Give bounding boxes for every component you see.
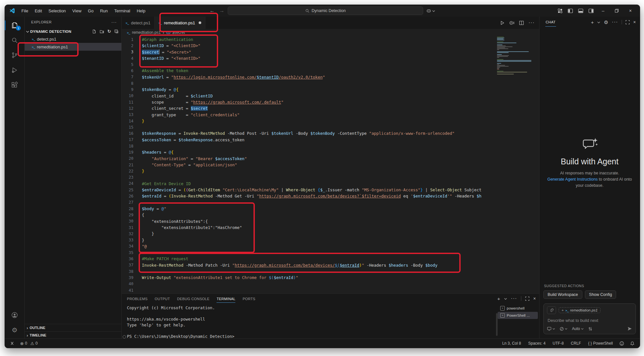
outline-section[interactable]: › OUTLINE bbox=[25, 324, 121, 331]
file-item-remediation[interactable]: >_ remedtiation.ps1 bbox=[25, 43, 121, 51]
tab-detect-ps1[interactable]: >_ detect.ps1 bbox=[122, 17, 155, 29]
command-center-search[interactable]: Dynamic Detection bbox=[228, 6, 423, 15]
new-file-icon[interactable] bbox=[92, 29, 96, 34]
panel-tab-output[interactable]: OUTPUT bbox=[155, 295, 170, 303]
panel-header: PROBLEMSOUTPUTDEBUG CONSOLETERMINALPORTS… bbox=[122, 294, 539, 303]
more-actions-icon[interactable]: ··· bbox=[528, 20, 535, 26]
panel-tab-terminal[interactable]: TERMINAL bbox=[217, 295, 235, 303]
context-file-name: remedtiation.ps1 bbox=[570, 308, 598, 312]
new-chat-icon[interactable]: + bbox=[591, 19, 594, 25]
minimap-line bbox=[497, 39, 503, 39]
explorer-more-actions-icon[interactable]: ··· bbox=[111, 19, 117, 25]
extensions-view-icon[interactable] bbox=[5, 78, 24, 93]
explorer-view-icon[interactable]: 1 bbox=[5, 18, 24, 33]
chat-settings-gear-icon[interactable]: ⚙ bbox=[604, 20, 608, 25]
forward-arrow-icon[interactable]: → bbox=[219, 8, 225, 14]
panel-tab-problems[interactable]: PROBLEMS bbox=[127, 295, 148, 303]
search-view-icon[interactable] bbox=[5, 33, 24, 48]
menu-item-edit[interactable]: Edit bbox=[32, 7, 45, 15]
status-cursor-position[interactable]: Ln 3, Col 8 bbox=[502, 341, 522, 346]
refresh-icon[interactable]: ↻ bbox=[107, 29, 111, 34]
new-terminal-icon[interactable]: + bbox=[497, 296, 500, 301]
back-arrow-icon[interactable]: ← bbox=[210, 8, 215, 14]
show-config-button[interactable]: Show Config bbox=[585, 290, 616, 299]
new-folder-icon[interactable] bbox=[100, 29, 104, 34]
panel-tab-ports[interactable]: PORTS bbox=[242, 295, 255, 303]
attach-context-button[interactable] bbox=[547, 306, 556, 314]
menu-item-selection[interactable]: Selection bbox=[45, 7, 68, 15]
minimap-line bbox=[497, 67, 500, 68]
tools-icon[interactable] bbox=[588, 327, 592, 331]
toggle-primary-sidebar-icon[interactable] bbox=[566, 7, 575, 15]
voice-dropdown[interactable] bbox=[560, 327, 567, 331]
code-line-14: 14} bbox=[122, 118, 496, 124]
copilot-menu[interactable] bbox=[427, 8, 435, 14]
menu-item-view[interactable]: View bbox=[69, 7, 84, 15]
menu-item-run[interactable]: Run bbox=[97, 7, 111, 15]
code-editor[interactable]: 1#Graph authentication2$clientID = "<Cli… bbox=[122, 36, 539, 294]
remote-indicator-icon[interactable] bbox=[9, 341, 15, 346]
breadcrumb-symbol[interactable]: $secret bbox=[172, 30, 185, 35]
minimap-line bbox=[497, 44, 502, 45]
menu-item-go[interactable]: Go bbox=[85, 7, 96, 15]
notifications-bell-icon[interactable] bbox=[630, 341, 635, 346]
send-button[interactable] bbox=[627, 326, 632, 331]
tab-label: detect.ps1 bbox=[131, 20, 150, 25]
panel-tab-debug-console[interactable]: DEBUG CONSOLE bbox=[177, 295, 210, 303]
split-editor-icon[interactable] bbox=[519, 20, 524, 25]
chat-tab[interactable]: CHAT bbox=[545, 18, 556, 27]
terminal-list-item[interactable]: >powershell bbox=[498, 305, 538, 312]
context-chip[interactable]: + >_ remedtiation.ps1 bbox=[559, 307, 601, 313]
minimize-button[interactable]: – bbox=[597, 5, 609, 17]
modified-dot-icon[interactable] bbox=[199, 21, 201, 24]
customize-layout-icon[interactable] bbox=[556, 7, 564, 15]
timeline-section[interactable]: › TIMELINE bbox=[25, 331, 121, 339]
restore-button[interactable] bbox=[611, 5, 623, 17]
generate-agent-instructions-link[interactable]: Generate Agent Instructions bbox=[547, 177, 598, 182]
minimap[interactable] bbox=[497, 37, 533, 77]
source-control-view-icon[interactable] bbox=[5, 48, 24, 63]
run-button[interactable] bbox=[500, 20, 505, 25]
status-language[interactable]: { } PowerShell bbox=[588, 341, 613, 346]
close-panel-icon[interactable]: × bbox=[533, 296, 536, 301]
breadcrumb[interactable]: >_ remedtiation.ps1 › $secret bbox=[122, 29, 539, 36]
model-picker-dropdown[interactable]: Auto bbox=[572, 326, 584, 331]
menu-item-help[interactable]: Help bbox=[134, 7, 148, 15]
problems-status[interactable]: ⊗ 0 ⚠ 0 bbox=[19, 341, 38, 346]
chat-more-actions-icon[interactable]: ··· bbox=[612, 19, 618, 25]
terminal-profile-chevron-icon[interactable] bbox=[504, 296, 507, 301]
run-with-profile-icon[interactable] bbox=[509, 20, 514, 25]
workspace-folder-header[interactable]: DYNAMIC DETECTION ↻ bbox=[25, 28, 121, 35]
minimap-line bbox=[497, 63, 501, 64]
chat-empty-state: Build with Agent AI responses may be ina… bbox=[544, 137, 635, 188]
breadcrumb-file[interactable]: remedtiation.ps1 bbox=[132, 30, 161, 35]
tab-remediation-ps1[interactable]: >_ remedtiation.ps1 bbox=[155, 17, 205, 29]
toggle-panel-icon[interactable] bbox=[576, 7, 585, 15]
feedback-smiley-icon[interactable] bbox=[619, 341, 624, 346]
session-target-dropdown[interactable] bbox=[547, 327, 555, 331]
status-indentation[interactable]: Spaces: 4 bbox=[527, 341, 546, 346]
chat-input[interactable]: Describe what to build next bbox=[548, 318, 632, 323]
accounts-icon[interactable] bbox=[5, 308, 24, 323]
menu-item-file[interactable]: File bbox=[19, 7, 31, 15]
terminal-list-item[interactable]: >PowerShell ... bbox=[498, 312, 538, 319]
code-line-9: 9$tokenBody = @{ bbox=[122, 86, 496, 93]
run-debug-view-icon[interactable] bbox=[5, 63, 24, 78]
terminal-output[interactable]: Copyright (c) Microsoft Corporation.http… bbox=[127, 305, 494, 339]
status-encoding[interactable]: UTF-8 bbox=[552, 341, 564, 346]
maximize-panel-icon[interactable] bbox=[525, 297, 529, 301]
menu-item-terminal[interactable]: Terminal bbox=[111, 7, 133, 15]
collapse-folders-icon[interactable] bbox=[114, 29, 119, 34]
expand-chat-icon[interactable] bbox=[625, 20, 630, 24]
close-chat-icon[interactable]: × bbox=[633, 19, 636, 25]
build-workspace-button[interactable]: Build Workspace bbox=[543, 290, 582, 299]
toggle-secondary-sidebar-icon[interactable] bbox=[587, 7, 596, 15]
minimap-line bbox=[497, 69, 499, 70]
chat-input-box[interactable]: + >_ remedtiation.ps1 Describe what to b… bbox=[543, 303, 636, 334]
file-item-detect[interactable]: >_ detect.ps1 bbox=[25, 35, 121, 43]
panel-more-actions-icon[interactable]: ··· bbox=[511, 296, 517, 301]
chevron-down-icon[interactable] bbox=[597, 19, 600, 25]
close-window-button[interactable]: × bbox=[624, 5, 637, 17]
settings-gear-icon[interactable]: ⚙ bbox=[5, 323, 24, 337]
status-eol[interactable]: CRLF bbox=[570, 341, 582, 346]
